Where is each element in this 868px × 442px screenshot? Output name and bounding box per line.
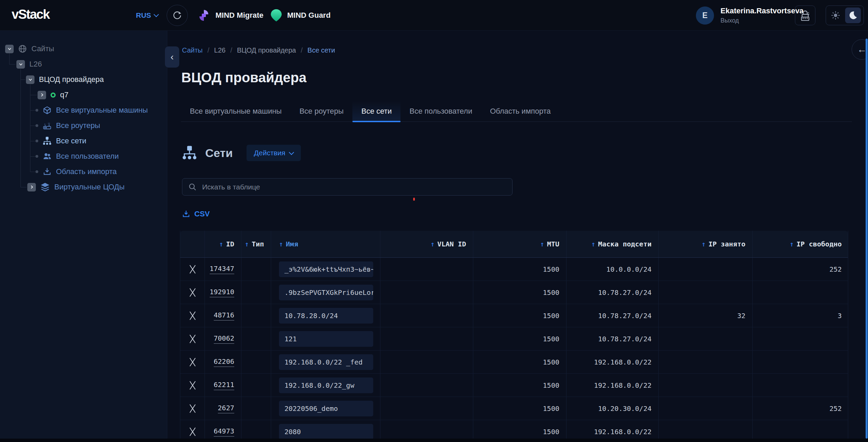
- vertical-scrollbar[interactable]: [866, 39, 868, 439]
- sidebar-item-all-networks[interactable]: Все сети: [36, 133, 86, 148]
- cell-vlan: [380, 374, 473, 397]
- sun-icon: [831, 11, 840, 20]
- language-selector[interactable]: RUS: [136, 0, 158, 31]
- breadcrumb-link-vdc[interactable]: ВЦОД провайдера: [237, 46, 296, 54]
- network-id-link[interactable]: 70062: [214, 334, 234, 344]
- main-content: Сайты / L26 / ВЦОД провайдера / Все сети…: [167, 31, 868, 442]
- network-id-link[interactable]: 174347: [210, 265, 234, 274]
- network-id-link[interactable]: 62206: [214, 357, 234, 367]
- breadcrumb-link-sites[interactable]: Сайты: [182, 46, 203, 54]
- network-id-link[interactable]: 48716: [214, 311, 234, 320]
- light-theme-option[interactable]: [826, 11, 845, 20]
- tab-all-routers[interactable]: Все роутеры: [291, 101, 352, 122]
- sidebar-item-all-routers[interactable]: Все роутеры: [36, 118, 100, 133]
- cell-ip-free: [753, 374, 849, 397]
- tab-import-area[interactable]: Область импорта: [481, 101, 560, 122]
- network-name-chip[interactable]: _э%2V&6юk+ttъЧхпЗ~ьёв~.…: [279, 261, 373, 277]
- delete-network-button[interactable]: [180, 397, 205, 420]
- network-name-chip[interactable]: 121: [279, 331, 373, 347]
- tree-connector: [20, 69, 21, 187]
- column-header-name[interactable]: ↑Имя: [271, 231, 380, 257]
- chevron-down-icon: [154, 12, 159, 17]
- dark-theme-option[interactable]: [845, 8, 861, 23]
- mind-guard-link[interactable]: MIND Guard: [270, 0, 331, 31]
- tab-all-vms[interactable]: Все виртуальные машины: [181, 101, 291, 122]
- sidebar-item-all-users[interactable]: Все пользователи: [36, 149, 119, 164]
- cell-mtu: 1500: [473, 351, 566, 373]
- refresh-icon: [172, 11, 182, 20]
- delete-network-button[interactable]: [180, 304, 205, 327]
- sort-arrow-icon: ↑: [219, 240, 223, 248]
- delete-network-button[interactable]: [180, 258, 205, 281]
- cell-ip-free: [753, 281, 849, 304]
- actions-button[interactable]: Действия: [247, 145, 301, 161]
- sidebar-item-import-area[interactable]: Область импорта: [36, 164, 117, 179]
- cell-ip-used: [659, 327, 753, 350]
- delete-network-button[interactable]: [180, 351, 205, 373]
- table-row: 48716 10.78.28.0/24 1500 10.78.27.0/24 3…: [180, 304, 848, 327]
- network-id-link[interactable]: 62211: [214, 381, 234, 390]
- network-name-chip[interactable]: 192.168.0.0/22 _fed: [279, 354, 373, 370]
- section-title: Сети: [205, 146, 233, 160]
- change-password-button[interactable]: ***: [795, 5, 815, 25]
- sidebar-item-sites[interactable]: Сайты: [5, 41, 54, 56]
- network-id-link[interactable]: 64973: [214, 427, 234, 437]
- cell-mask: 10.78.27.0/24: [566, 327, 659, 350]
- sidebar-item-l26[interactable]: L26: [16, 57, 42, 72]
- cell-type: [241, 258, 271, 281]
- theme-toggle[interactable]: [826, 5, 864, 25]
- chevron-down-icon[interactable]: [16, 60, 25, 69]
- column-header-ip-used[interactable]: ↑IP занято: [659, 231, 753, 257]
- chevron-down-icon[interactable]: [26, 75, 34, 84]
- tab-all-users[interactable]: Все пользователи: [401, 101, 481, 122]
- sidebar-item-virtual-dcs[interactable]: Виртуальные ЦОДы: [27, 180, 125, 195]
- chevron-right-icon[interactable]: [27, 183, 36, 191]
- chevron-right-icon[interactable]: [38, 91, 46, 99]
- network-name-chip[interactable]: .9bzSePVGTXGkPri6ueLor9…: [279, 285, 373, 300]
- network-name-chip[interactable]: 2080: [279, 424, 373, 440]
- section-header: Сети Действия: [182, 143, 301, 162]
- tree-connector: [30, 84, 30, 172]
- cell-type: [241, 351, 271, 373]
- vstack-app: vStack RUS MIND Migrate: [0, 0, 868, 442]
- sidebar-item-q7[interactable]: q7: [38, 87, 68, 102]
- avatar[interactable]: E: [696, 6, 714, 25]
- cell-type: [241, 397, 271, 420]
- column-header-type[interactable]: ↑Тип: [241, 231, 271, 257]
- network-id-link[interactable]: 2627: [218, 404, 234, 413]
- column-header-vlan[interactable]: ↑VLAN ID: [380, 231, 473, 257]
- network-id-link[interactable]: 192910: [210, 288, 234, 297]
- table-search[interactable]: [182, 178, 513, 196]
- delete-network-button[interactable]: [180, 327, 205, 350]
- sidebar-item-vdc-provider[interactable]: ВЦОД провайдера: [26, 72, 104, 87]
- delete-network-button[interactable]: [180, 281, 205, 304]
- logout-link[interactable]: Выход: [720, 17, 739, 24]
- network-icon: [182, 145, 197, 161]
- sort-arrow-icon: ↑: [790, 240, 794, 248]
- tree-leaf-dot: [36, 124, 38, 127]
- table-row: 62206 192.168.0.0/22 _fed 1500 192.168.0…: [180, 351, 848, 374]
- tree-connector: [20, 80, 25, 80]
- tab-all-networks[interactable]: Все сети: [352, 101, 401, 122]
- sidebar: Сайты L26 ВЦОД провайдера q7: [0, 31, 167, 442]
- delete-network-button[interactable]: [180, 374, 205, 397]
- mind-migrate-link[interactable]: MIND Migrate: [197, 0, 264, 31]
- column-header-id[interactable]: ↑ID: [205, 231, 241, 257]
- chevron-down-icon[interactable]: [5, 45, 14, 53]
- page-title: ВЦОД провайдера: [181, 70, 307, 85]
- export-csv-link[interactable]: CSV: [182, 210, 210, 218]
- column-header-mtu[interactable]: ↑MTU: [473, 231, 566, 257]
- breadcrumb-link-l26[interactable]: L26: [214, 46, 225, 54]
- cell-mtu: 1500: [473, 327, 566, 350]
- network-name-chip[interactable]: 10.78.28.0/24: [279, 308, 373, 324]
- column-header-ip-free[interactable]: ↑IP свободно: [753, 231, 849, 257]
- search-input[interactable]: [201, 183, 506, 191]
- refresh-button[interactable]: [167, 5, 188, 26]
- networks-table: ↑ID ↑Тип ↑Имя ↑VLAN ID ↑MTU ↑Маска подсе…: [180, 231, 848, 442]
- sidebar-item-all-vms[interactable]: Все виртуальные машины: [36, 103, 148, 118]
- network-name-chip[interactable]: 20220506_demo: [279, 401, 373, 416]
- network-name-chip[interactable]: 192.168.0.0/22_gw: [279, 377, 373, 393]
- search-icon: [188, 183, 197, 191]
- column-header-mask[interactable]: ↑Маска подсети: [566, 231, 659, 257]
- sidebar-item-label: q7: [60, 90, 68, 99]
